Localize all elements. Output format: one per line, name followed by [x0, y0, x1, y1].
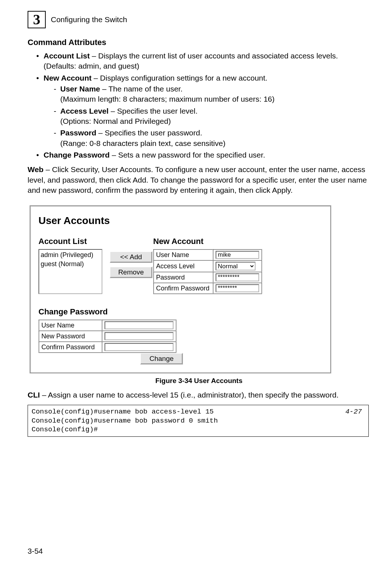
list-item: Account List – Displays the current list…	[36, 51, 370, 72]
cp-user-name-label: User Name	[39, 320, 102, 331]
list-item: New Account – Displays configuration set…	[36, 73, 370, 148]
new-account-block: New Account User Name Access Level Norma…	[153, 237, 262, 294]
text: – Click Security, User Accounts. To conf…	[28, 165, 367, 194]
cli-line: Console(config)#username bob password 0 …	[32, 417, 218, 425]
change-password-block: Change Password User Name New Password C…	[38, 307, 321, 365]
text: (Maximum length: 8 characters; maximum n…	[60, 95, 275, 103]
cli-paragraph: CLI – Assign a user name to access-level…	[28, 390, 370, 400]
cli-line: Console(config)#	[32, 426, 98, 433]
text: – Sets a new password for the specified …	[110, 151, 265, 159]
cp-user-name-input[interactable]	[105, 321, 173, 329]
change-password-heading: Change Password	[38, 307, 321, 317]
confirm-password-input[interactable]	[216, 284, 259, 292]
account-list-item[interactable]: admin (Privileged)	[41, 251, 100, 259]
password-input[interactable]	[216, 273, 259, 281]
account-list-item[interactable]: guest (Normal)	[41, 260, 100, 268]
list-buttons: << Add Remove	[110, 251, 146, 278]
text: – Displays configuration settings for a …	[91, 74, 267, 82]
list-item: Change Password – Sets a new password fo…	[36, 150, 370, 160]
user-name-input[interactable]	[216, 251, 259, 259]
access-level-select[interactable]: Normal	[216, 262, 256, 270]
user-accounts-panel: User Accounts Account List admin (Privil…	[30, 205, 331, 373]
web-paragraph: Web – Click Security, User Accounts. To …	[28, 164, 370, 195]
account-list-heading: Account List	[38, 237, 102, 246]
label: Account List	[44, 52, 90, 60]
user-name-label: User Name	[154, 249, 213, 260]
text: – Specifies the user password.	[96, 129, 202, 137]
access-level-label: Access Level	[154, 260, 213, 272]
text: – Assign a user name to access-level 15 …	[40, 391, 339, 399]
text: – Specifies the user level.	[109, 107, 197, 115]
label: Access Level	[60, 107, 109, 115]
figure-caption: Figure 3-34 User Accounts	[28, 377, 370, 385]
list-item: Access Level – Specifies the user level.…	[54, 106, 370, 127]
chapter-title: Configuring the Switch	[51, 15, 127, 24]
label: Password	[60, 129, 96, 137]
page-number: 3-54	[28, 547, 43, 555]
new-account-heading: New Account	[153, 237, 262, 246]
cp-new-password-label: New Password	[39, 331, 102, 342]
chapter-header: 3 Configuring the Switch	[28, 11, 370, 28]
list-item: User Name – The name of the user. (Maxim…	[54, 84, 370, 105]
account-list-box[interactable]: admin (Privileged) guest (Normal)	[38, 249, 102, 294]
account-list-block: Account List admin (Privileged) guest (N…	[38, 237, 102, 294]
label: User Name	[60, 85, 100, 93]
change-button[interactable]: Change	[140, 353, 183, 365]
chapter-number-icon: 3	[28, 11, 46, 28]
password-label: Password	[154, 272, 213, 283]
add-button[interactable]: << Add	[110, 251, 152, 263]
remove-button[interactable]: Remove	[110, 266, 152, 278]
cli-line: Console(config)#username bob access-leve…	[32, 408, 214, 416]
cp-confirm-password-input[interactable]	[105, 343, 173, 351]
new-account-table: User Name Access Level Normal Password	[153, 249, 262, 294]
label: CLI	[28, 391, 40, 399]
text: (Options: Normal and Privileged)	[60, 117, 171, 125]
attribute-list: Account List – Displays the current list…	[36, 51, 370, 160]
label: New Account	[44, 74, 91, 82]
change-password-table: User Name New Password Confirm Password	[38, 319, 176, 353]
section-heading: Command Attributes	[28, 38, 370, 47]
list-item: Password – Specifies the user password. …	[54, 128, 370, 148]
cp-confirm-password-label: Confirm Password	[39, 342, 102, 353]
text: – The name of the user.	[100, 85, 183, 93]
label: Change Password	[44, 151, 110, 159]
cp-new-password-input[interactable]	[105, 332, 173, 340]
confirm-password-label: Confirm Password	[154, 283, 213, 294]
cli-page-ref: 4-27	[345, 407, 362, 416]
text: (Range: 0-8 characters plain text, case …	[60, 139, 225, 147]
label: Web	[28, 165, 44, 174]
cli-example-box: 4-27Console(config)#username bob access-…	[28, 405, 369, 437]
panel-title: User Accounts	[38, 215, 321, 227]
